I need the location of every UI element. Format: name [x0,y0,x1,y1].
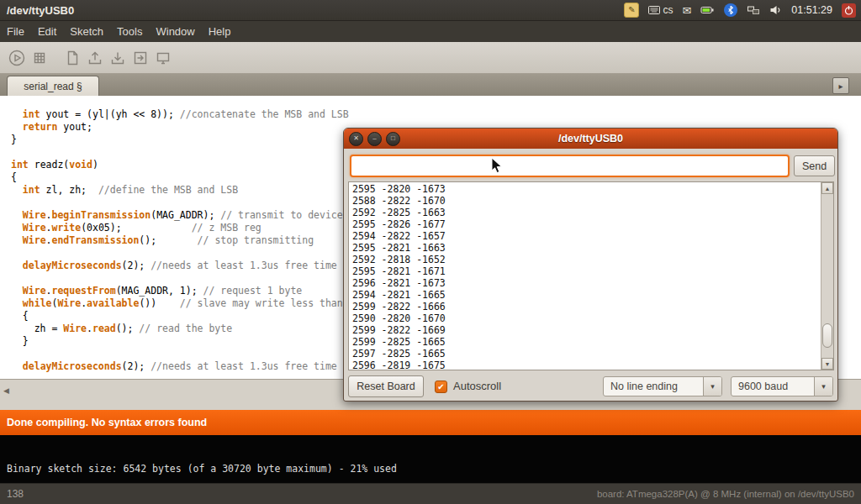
new-sketch-button[interactable] [62,48,82,68]
scroll-up-button[interactable]: ▲ [821,182,833,194]
tab-serial-read[interactable]: serial_read § [7,76,99,96]
power-icon [843,5,854,16]
scrollbar-thumb[interactable] [822,323,832,348]
maximize-icon: □ [391,134,395,142]
volume-indicator[interactable] [769,4,782,16]
serial-input[interactable] [350,155,790,177]
send-button-label: Send [802,160,827,172]
chevron-down-icon[interactable]: ▾ [814,377,832,396]
dialog-title: /dev/ttyUSB0 [344,133,837,144]
scroll-down-button[interactable]: ▼ [821,358,833,370]
messages-indicator[interactable]: ✉ [682,4,691,17]
serial-output-line: 2595 -2826 -1677 [352,218,821,230]
close-icon: ✕ [353,134,359,142]
stop-button[interactable] [29,48,50,68]
window-title: /dev/ttyUSB0 [7,4,74,17]
cursor-line-number: 138 [7,488,24,500]
reset-board-button[interactable]: Reset Board [348,375,424,397]
send-button[interactable]: Send [794,155,835,176]
board-info: board: ATmega328P(A) @ 8 MHz (internal) … [597,489,854,499]
save-icon [108,49,127,67]
network-indicator[interactable] [747,5,760,16]
pencil-icon: ✎ [624,3,639,18]
top-panel: /dev/ttyUSB0 ✎ cs ✉ 01 [0,0,861,21]
verify-icon [8,49,26,67]
open-icon [86,49,104,67]
serial-output-lines: 2595 -2820 -16732588 -2822 -16702592 -28… [349,182,821,370]
tab-label: serial_read § [24,81,82,92]
serial-output-line: 2596 -2819 -1675 [352,360,821,370]
reset-board-label: Reset Board [357,381,415,392]
maximize-button[interactable]: □ [386,132,400,146]
clock[interactable]: 01:51:29 [791,4,832,16]
window-buttons: ✕ – □ [349,132,400,146]
dialog-titlebar[interactable]: ✕ – □ /dev/ttyUSB0 [344,129,837,149]
bluetooth-icon [724,3,737,17]
serial-monitor-window: ✕ – □ /dev/ttyUSB0 Send 2595 -2820 -1673… [343,128,838,402]
mail-icon: ✉ [682,4,691,17]
serial-output-line: 2599 -2822 -1666 [352,301,821,312]
chevron-down-icon[interactable]: ▾ [703,377,721,396]
baud-rate-value: 9600 baud [732,377,814,396]
keyboard-layout-label: cs [663,4,673,16]
line-ending-value: No line ending [604,377,703,396]
arrow-down-icon: ▼ [825,361,831,367]
toolbar [0,42,861,74]
minimize-button[interactable]: – [367,132,382,146]
hscroll-left-arrow-icon[interactable]: ◀ [3,386,9,395]
menu-sketch[interactable]: Sketch [70,25,103,38]
checkmark-icon: ✔ [437,382,444,391]
serial-output-line: 2599 -2822 -1669 [352,324,821,336]
session-indicator[interactable] [842,3,856,18]
battery-indicator[interactable] [700,4,715,16]
serial-output-line: 2594 -2822 -1657 [352,230,821,242]
autoscroll-checkbox[interactable]: ✔ [435,381,447,393]
volume-icon [769,4,782,16]
stop-icon [30,49,49,67]
bluetooth-indicator[interactable] [724,3,737,17]
tab-list-button[interactable]: ▸ [832,77,849,94]
tab-bar: serial_read § ▸ [0,74,861,97]
serial-output-line: 2596 -2821 -1673 [352,277,821,289]
ide-status-strip: 138 board: ATmega328P(A) @ 8 MHz (intern… [0,483,861,504]
serial-output-line: 2592 -2818 -1652 [352,254,821,265]
build-console: Binary sketch size: 6542 bytes (of a 307… [0,435,861,483]
tab-list-arrow-icon: ▸ [838,81,843,91]
compile-status-message: Done compiling. No syntax errors found [7,417,207,428]
screen: /dev/ttyUSB0 ✎ cs ✉ 01 [0,0,861,504]
open-sketch-button[interactable] [85,48,105,68]
keyboard-icon [648,6,660,14]
serial-output-line: 2590 -2820 -1670 [352,312,821,324]
menu-bar: FileEditSketchToolsWindowHelp [0,21,861,42]
menu-tools[interactable]: Tools [117,25,142,38]
serial-output-line: 2595 -2821 -1671 [352,265,821,277]
menu-window[interactable]: Window [156,25,194,38]
serial-monitor-button[interactable] [153,48,173,68]
upload-icon [131,49,150,67]
network-icon [747,5,760,16]
menu-help[interactable]: Help [209,25,231,38]
serial-output-line: 2599 -2825 -1665 [352,336,821,348]
serial-output-area[interactable]: 2595 -2820 -16732588 -2822 -16702592 -28… [348,181,834,370]
serial-output-line: 2592 -2825 -1663 [352,207,821,218]
save-sketch-button[interactable] [108,48,128,68]
serial-output-line: 2597 -2825 -1665 [352,348,821,360]
serial-output-line: 2594 -2821 -1665 [352,289,821,301]
line-ending-select[interactable]: No line ending ▾ [603,376,722,396]
keyboard-layout-indicator[interactable]: cs [648,4,673,16]
upload-button[interactable] [130,48,151,68]
baud-rate-select[interactable]: 9600 baud ▾ [731,376,833,396]
compile-status-bar: Done compiling. No syntax errors found [0,410,861,435]
menu-file[interactable]: File [7,25,24,38]
serial-vscrollbar[interactable]: ▲ ▼ [821,182,833,370]
verify-button[interactable] [7,48,27,68]
code-line: int yout = (yl|(yh << 8)); //concatenate… [11,108,861,121]
menu-edit[interactable]: Edit [38,25,56,38]
console-line: Binary sketch size: 6542 bytes (of a 307… [7,463,397,475]
close-button[interactable]: ✕ [349,132,363,146]
battery-icon [700,4,715,16]
notes-indicator[interactable]: ✎ [624,3,639,18]
minimize-icon: – [372,134,376,142]
serial-output-line: 2595 -2820 -1673 [352,183,821,195]
arrow-up-icon: ▲ [825,186,831,192]
